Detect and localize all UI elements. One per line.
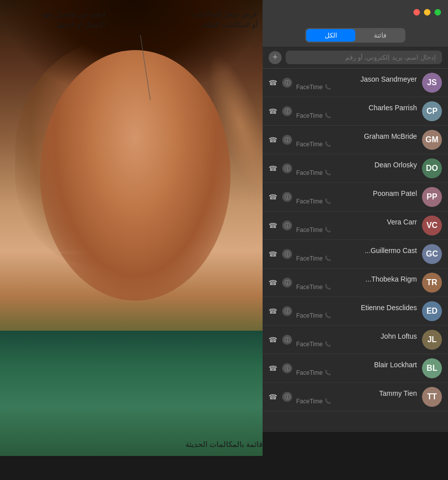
contacts-list: JS Jason Sandmeyer 📞 FaceTime ⓘ ☎ CP Cha… — [263, 69, 448, 432]
info-icon[interactable]: ⓘ — [282, 335, 292, 345]
contact-name: Thobeka Rigm... — [296, 275, 417, 283]
phone-call-icon[interactable]: ☎ — [269, 307, 277, 315]
contact-row[interactable]: PP Poonam Patel 📞 FaceTime ⓘ ☎ — [263, 183, 448, 211]
search-input[interactable] — [286, 51, 442, 64]
add-contact-button[interactable]: + — [269, 51, 282, 64]
phone-icon-small: 📞 — [325, 370, 331, 375]
phone-call-icon[interactable]: ☎ — [269, 164, 277, 172]
info-icon[interactable]: ⓘ — [282, 363, 292, 373]
contact-type: 📞 FaceTime — [296, 169, 417, 176]
contact-call-type: FaceTime — [296, 169, 323, 176]
background-photo — [0, 0, 266, 456]
contact-row[interactable]: GM Graham McBride 📞 FaceTime ⓘ ☎ — [263, 126, 448, 154]
contact-call-type: FaceTime — [296, 341, 323, 348]
contact-type: 📞 FaceTime — [296, 226, 417, 233]
contact-actions: ⓘ ☎ — [269, 192, 292, 202]
contact-name: Jason Sandmeyer — [296, 75, 417, 83]
contact-info: Etienne Desclides 📞 FaceTime — [296, 304, 417, 319]
contact-row[interactable]: BL Blair Lockhart 📞 FaceTime ⓘ ☎ — [263, 354, 448, 383]
contact-name: Graham McBride — [296, 132, 417, 140]
contact-row[interactable]: JS Jason Sandmeyer 📞 FaceTime ⓘ ☎ — [263, 69, 448, 97]
phone-icon-small: 📞 — [325, 170, 331, 175]
info-icon[interactable]: ⓘ — [282, 392, 292, 402]
info-icon[interactable]: ⓘ — [282, 306, 292, 316]
contact-type: 📞 FaceTime — [296, 312, 417, 319]
contact-name: Guillermo Cast... — [296, 247, 417, 255]
contact-call-type: FaceTime — [296, 398, 323, 405]
contact-avatar: TR — [422, 273, 442, 293]
info-icon[interactable]: ⓘ — [282, 249, 292, 259]
contact-actions: ⓘ ☎ — [269, 106, 292, 116]
tab-group: الكل فائتة — [305, 28, 405, 43]
avatar-initials: GC — [422, 244, 442, 264]
phone-call-icon[interactable]: ☎ — [269, 136, 277, 144]
phone-call-icon[interactable]: ☎ — [269, 279, 277, 287]
phone-icon-small: 📞 — [325, 198, 331, 204]
contact-call-type: FaceTime — [296, 141, 323, 148]
phone-icon-small: 📞 — [325, 141, 331, 147]
tab-all[interactable]: الكل — [306, 29, 355, 42]
phone-call-icon[interactable]: ☎ — [269, 250, 277, 258]
contact-type: 📞 FaceTime — [296, 198, 417, 205]
contact-info: Jason Sandmeyer 📞 FaceTime — [296, 75, 417, 91]
contact-row[interactable]: ED Etienne Desclides 📞 FaceTime ⓘ ☎ — [263, 297, 448, 326]
phone-call-icon[interactable]: ☎ — [269, 107, 277, 115]
contact-info: Vera Carr 📞 FaceTime — [296, 218, 417, 233]
contact-row[interactable]: JL John Loftus 📞 FaceTime ⓘ ☎ — [263, 326, 448, 354]
contact-actions: ⓘ ☎ — [269, 163, 292, 173]
info-icon[interactable]: ⓘ — [282, 106, 292, 116]
minimize-button[interactable] — [424, 9, 430, 16]
contact-actions: ⓘ ☎ — [269, 392, 292, 402]
close-button[interactable] — [413, 9, 420, 16]
contact-info: Charles Parrish 📞 FaceTime — [296, 104, 417, 119]
traffic-lights — [413, 9, 441, 16]
window-chrome — [263, 0, 448, 24]
phone-call-icon[interactable]: ☎ — [269, 336, 277, 344]
phone-icon-small: 📞 — [325, 256, 331, 261]
avatar-initials: CP — [422, 101, 442, 121]
contact-name: Poonam Patel — [296, 189, 417, 197]
contact-row[interactable]: DO Dean Orlosky 📞 FaceTime ⓘ ☎ — [263, 154, 448, 183]
contact-row[interactable]: TR Thobeka Rigm... 📞 FaceTime ⓘ ☎ — [263, 269, 448, 297]
contact-row[interactable]: CP Charles Parrish 📞 FaceTime ⓘ ☎ — [263, 97, 448, 126]
maximize-button[interactable] — [434, 9, 441, 16]
phone-call-icon[interactable]: ☎ — [269, 393, 277, 401]
contact-type: 📞 FaceTime — [296, 284, 417, 291]
bottom-bar — [263, 432, 448, 456]
info-icon[interactable]: ⓘ — [282, 278, 292, 288]
contact-avatar: GM — [422, 130, 442, 150]
tab-bar: الكل فائتة — [263, 24, 448, 47]
phone-call-icon[interactable]: ☎ — [269, 221, 277, 229]
contact-call-type: FaceTime — [296, 312, 323, 319]
contact-avatar: CP — [422, 101, 442, 121]
contact-avatar: DO — [422, 158, 442, 178]
info-icon[interactable]: ⓘ — [282, 78, 292, 88]
contact-name: John Loftus — [296, 332, 417, 340]
contact-type: 📞 FaceTime — [296, 398, 417, 405]
contact-row[interactable]: TT Tammy Tien 📞 FaceTime ⓘ ☎ — [263, 383, 448, 411]
info-icon[interactable]: ⓘ — [282, 135, 292, 145]
contact-row[interactable]: GC Guillermo Cast... 📞 FaceTime ⓘ ☎ — [263, 240, 448, 269]
avatar-initials: JL — [422, 330, 442, 350]
avatar-initials: TT — [422, 387, 442, 407]
contact-actions: ⓘ ☎ — [269, 220, 292, 230]
phone-call-icon[interactable]: ☎ — [269, 364, 277, 372]
phone-call-icon[interactable]: ☎ — [269, 193, 277, 201]
contact-info: Thobeka Rigm... 📞 FaceTime — [296, 275, 417, 291]
contact-avatar: VC — [422, 215, 442, 235]
contact-info: Graham McBride 📞 FaceTime — [296, 132, 417, 148]
tab-missed[interactable]: فائتة — [355, 29, 404, 42]
phone-icon-small: 📞 — [325, 341, 331, 347]
contact-actions: ⓘ ☎ — [269, 335, 292, 345]
info-icon[interactable]: ⓘ — [282, 220, 292, 230]
contact-name: Etienne Desclides — [296, 304, 417, 312]
contact-row[interactable]: VC Vera Carr 📞 FaceTime ⓘ ☎ — [263, 211, 448, 240]
facetime-window: الكل فائتة + JS Jason Sandmeyer 📞 FaceTi… — [263, 0, 448, 456]
contact-info: Poonam Patel 📞 FaceTime — [296, 189, 417, 205]
info-icon[interactable]: ⓘ — [282, 192, 292, 202]
contact-name: Blair Lockhart — [296, 361, 417, 369]
phone-call-icon[interactable]: ☎ — [269, 79, 277, 87]
contact-type: 📞 FaceTime — [296, 341, 417, 348]
info-icon[interactable]: ⓘ — [282, 163, 292, 173]
contact-name: Charles Parrish — [296, 104, 417, 112]
